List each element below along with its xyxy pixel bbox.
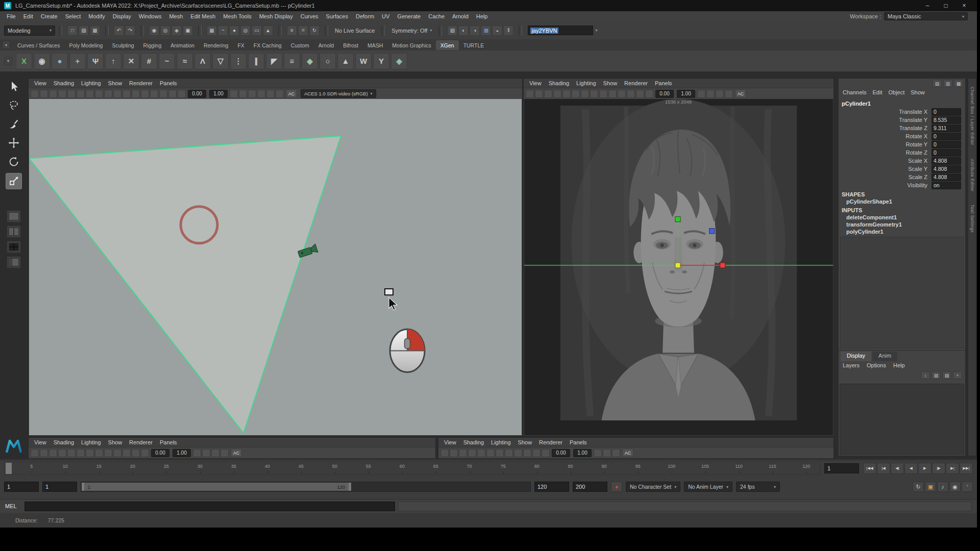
save-scene-icon[interactable]: ▦ bbox=[90, 26, 100, 36]
close-button[interactable]: × bbox=[955, 1, 973, 10]
viewport-toolbar-icon[interactable] bbox=[168, 90, 177, 98]
viewport-toolbar-icon[interactable] bbox=[572, 90, 580, 98]
viewport-toolbar-icon[interactable] bbox=[276, 90, 284, 98]
shelf-tab-fx-caching[interactable]: FX Caching bbox=[249, 40, 286, 50]
open-render-view-icon[interactable]: ▧ bbox=[447, 26, 457, 36]
layer-tab-display[interactable]: Display bbox=[841, 352, 871, 361]
viewport-toolbar-icon[interactable] bbox=[612, 449, 620, 457]
viewport-toolbar-icon[interactable] bbox=[477, 449, 485, 457]
menu-set-dropdown[interactable]: Modeling ▾ bbox=[4, 26, 55, 36]
make-live-icon[interactable]: ▲ bbox=[263, 26, 273, 36]
menu-select[interactable]: Select bbox=[62, 12, 85, 20]
maximize-button[interactable]: □ bbox=[937, 1, 954, 10]
lasso-tool-button[interactable] bbox=[6, 97, 21, 113]
xgen-region-brush-icon[interactable]: ◤ bbox=[266, 53, 282, 69]
viewport-toolbar-icon[interactable] bbox=[58, 449, 66, 457]
panel-menu-view[interactable]: View bbox=[526, 80, 545, 87]
manipulator-handle-center[interactable] bbox=[675, 263, 680, 268]
channel-box-menu-channels[interactable]: Channels bbox=[843, 89, 866, 98]
viewport-toolbar-icon[interactable] bbox=[450, 449, 458, 457]
viewport-toolbar-icon[interactable] bbox=[599, 90, 607, 98]
layout-two-panes-button[interactable] bbox=[7, 226, 21, 238]
camera-viewport-canvas[interactable] bbox=[29, 99, 522, 435]
viewport-toolbar-icon[interactable] bbox=[77, 449, 85, 457]
step-forward-key-button[interactable]: |▶ bbox=[932, 463, 945, 474]
shelf-tab-curves-surfaces[interactable]: Curves / Surfaces bbox=[13, 40, 64, 50]
panel-menu-show[interactable]: Show bbox=[514, 439, 536, 446]
xgen-preview-refresh-icon[interactable]: ◉ bbox=[34, 53, 50, 69]
animation-end-field[interactable]: 200 bbox=[573, 482, 607, 492]
render-settings-icon[interactable]: ▩ bbox=[481, 26, 491, 36]
snap-to-view-plane-icon[interactable]: ▭ bbox=[252, 26, 262, 36]
snap-to-projected-center-icon[interactable]: ◎ bbox=[240, 26, 251, 36]
panel-menu-panels[interactable]: Panels bbox=[651, 80, 676, 87]
panel-menu-shading[interactable]: Shading bbox=[50, 439, 78, 446]
time-slider[interactable]: 5101520253035404550556065707580859095100… bbox=[4, 462, 820, 475]
exposure-field[interactable]: 0.00 bbox=[188, 90, 206, 98]
viewport-toolbar-icon[interactable] bbox=[86, 90, 94, 98]
panel-menu-lighting[interactable]: Lighting bbox=[487, 439, 514, 446]
attribute-editor-toggle-icon[interactable]: ▥ bbox=[943, 80, 952, 87]
panel-menu-renderer[interactable]: Renderer bbox=[126, 439, 156, 446]
layer-menu-help[interactable]: Help bbox=[893, 362, 905, 370]
xgen-convert-icon[interactable]: ◆ bbox=[302, 53, 318, 69]
open-scene-icon[interactable]: ▨ bbox=[79, 26, 89, 36]
ac-button[interactable]: AC bbox=[231, 448, 242, 457]
ac-button[interactable]: AC bbox=[735, 89, 746, 98]
channel-label[interactable]: Scale Y bbox=[839, 166, 932, 172]
menu-display[interactable]: Display bbox=[109, 12, 135, 20]
panel-menu-lighting[interactable]: Lighting bbox=[78, 80, 105, 87]
panel-menu-renderer[interactable]: Renderer bbox=[535, 439, 566, 446]
snap-to-curve-icon[interactable]: ~ bbox=[218, 26, 228, 36]
anim-layer-dropdown[interactable]: No Anim Layer ▾ bbox=[684, 482, 732, 492]
sidebar-tab-channel-box-layer-editor[interactable]: Channel Box / Layer Editor bbox=[970, 87, 975, 145]
go-to-end-button[interactable]: ▶▶| bbox=[960, 463, 973, 474]
shape-node[interactable]: pCylinderShape1 bbox=[839, 198, 965, 205]
viewport-toolbar-icon[interactable] bbox=[220, 449, 229, 457]
sidebar-tab-attribute-editor[interactable]: Attribute Editor bbox=[970, 159, 975, 191]
channel-label[interactable]: Translate Y bbox=[839, 117, 932, 123]
set-key-icon[interactable]: ♦ bbox=[611, 482, 622, 492]
viewport-toolbar-icon[interactable] bbox=[257, 90, 265, 98]
viewport-toolbar-icon[interactable] bbox=[636, 90, 644, 98]
manipulator-handle-top[interactable] bbox=[675, 217, 680, 222]
viewport-toolbar-icon[interactable] bbox=[77, 90, 85, 98]
menu-edit-mesh[interactable]: Edit Mesh bbox=[187, 12, 219, 20]
xgen-part-brush-icon[interactable]: ▽ bbox=[212, 53, 229, 69]
current-frame-marker[interactable] bbox=[6, 463, 12, 474]
viewport-toolbar-icon[interactable] bbox=[40, 449, 48, 457]
viewport-toolbar-icon[interactable] bbox=[514, 449, 522, 457]
viewport-toolbar-icon[interactable] bbox=[67, 90, 76, 98]
viewport-toolbar-icon[interactable] bbox=[141, 90, 149, 98]
viewport-toolbar-icon[interactable] bbox=[40, 90, 48, 98]
panel-menu-view[interactable]: View bbox=[440, 439, 460, 446]
viewport-toolbar-icon[interactable] bbox=[95, 449, 103, 457]
shelf-tab-bifrost[interactable]: Bifrost bbox=[338, 40, 363, 50]
shelf-tab-custom[interactable]: Custom bbox=[286, 40, 314, 50]
channel-value-field[interactable]: 4.808 bbox=[932, 157, 961, 165]
viewport-toolbar-icon[interactable] bbox=[440, 449, 449, 457]
render-setup-icon[interactable]: ◒ bbox=[492, 26, 502, 36]
selected-object-name[interactable]: pCylinder1 bbox=[839, 98, 965, 108]
xgen-curl-brush-icon[interactable]: ~ bbox=[159, 53, 175, 69]
viewport-toolbar-icon[interactable] bbox=[542, 449, 550, 457]
step-back-key-button[interactable]: ◀| bbox=[891, 463, 904, 474]
channel-box-menu-edit[interactable]: Edit bbox=[872, 89, 882, 98]
menu-mesh-tools[interactable]: Mesh Tools bbox=[219, 12, 255, 20]
viewport-toolbar-icon[interactable] bbox=[627, 90, 635, 98]
xgen-clump-brush-icon[interactable]: Λ bbox=[194, 53, 211, 69]
symmetry-dropdown[interactable]: Symmetry: Off ▾ bbox=[388, 28, 435, 34]
shelf-tab-fx[interactable]: FX bbox=[233, 40, 249, 50]
viewport-toolbar-icon[interactable] bbox=[553, 90, 561, 98]
xgen-utilities-icon[interactable]: ≡ bbox=[284, 53, 300, 69]
channel-label[interactable]: Translate X bbox=[839, 109, 932, 115]
menu-uv[interactable]: UV bbox=[378, 12, 393, 20]
mute-audio-icon[interactable]: ♪ bbox=[937, 482, 948, 492]
viewport-toolbar-icon[interactable] bbox=[113, 449, 121, 457]
character-set-dropdown[interactable]: No Character Set ▾ bbox=[626, 482, 680, 492]
step-forward-frame-button[interactable]: ▶| bbox=[946, 463, 959, 474]
playback-loop-icon[interactable]: ↻ bbox=[913, 482, 924, 492]
menu-arnold[interactable]: Arnold bbox=[449, 12, 472, 20]
channel-value-field[interactable]: 0 bbox=[932, 133, 961, 140]
viewport-toolbar-icon[interactable] bbox=[178, 90, 186, 98]
